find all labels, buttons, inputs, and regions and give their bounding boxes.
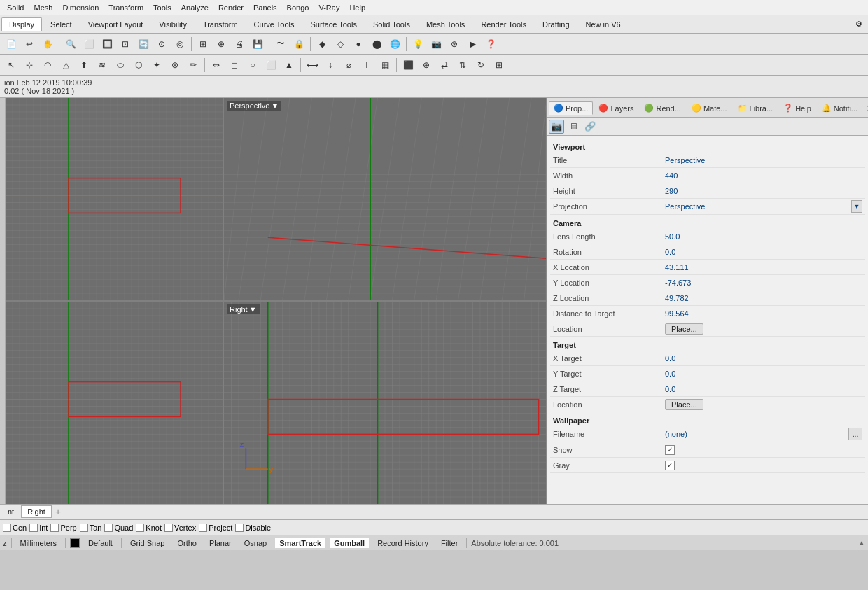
cone-icon[interactable]: ▲ [281,57,298,73]
link-toolbar-btn[interactable]: 🔗 [582,120,598,134]
hatch-icon[interactable]: ▦ [377,57,393,73]
tab-new-v6[interactable]: New in V6 [578,17,629,31]
perspective-menu-icon[interactable]: ▼ [271,101,279,110]
tab-mesh-tools[interactable]: Mesh Tools [419,17,472,31]
prop-dist-value[interactable]: 99.564 [665,309,862,318]
menu-analyze[interactable]: Analyze [177,2,213,13]
gumball-btn[interactable]: Gumball [330,538,369,548]
zoom-window-icon[interactable]: ⬜ [80,36,97,52]
snap-vertex[interactable]: Vertex [164,524,196,532]
settings-icon[interactable]: ⚙ [851,18,867,30]
move2-icon[interactable]: ⇄ [436,57,453,73]
snap-project-checkbox[interactable] [199,524,207,532]
snap-perp-checkbox[interactable] [50,524,59,532]
snap-tan[interactable]: Tan [80,524,102,532]
snap-cen[interactable]: Cen [3,524,27,532]
snap-quad[interactable]: Quad [104,524,133,532]
tab-select[interactable]: Select [43,17,80,31]
camera-btn-icon[interactable]: 📷 [428,36,444,52]
filename-browse-btn[interactable]: ... [848,428,862,440]
snap-knot[interactable]: Knot [136,524,162,532]
rotate-icon[interactable]: 🔄 [135,36,152,52]
prop-z-target-value[interactable]: 0.0 [665,385,862,393]
tab-drafting[interactable]: Drafting [535,17,578,31]
close-panel-btn[interactable]: ✕ [863,101,868,115]
snap-disable-checkbox[interactable] [235,524,244,532]
dim3-icon[interactable]: ⌀ [340,57,357,73]
viewport-bottom-left[interactable] [6,302,223,504]
tab-transform[interactable]: Transform [195,17,246,31]
layer-color-box[interactable] [70,538,80,548]
handle-icon[interactable]: ⊞ [491,57,507,73]
select-icon[interactable]: ↖ [3,57,20,73]
right-menu-icon[interactable]: ▼ [249,305,257,314]
menu-help[interactable]: Help [345,2,370,13]
env-icon[interactable]: 🌐 [386,36,403,52]
menu-vray[interactable]: V-Ray [314,2,344,13]
record-history-btn[interactable]: Record History [373,538,433,548]
prop-y-location-value[interactable]: -74.673 [665,279,862,287]
tab-render-tools[interactable]: Render Tools [473,17,534,31]
expand-arrow[interactable]: ▲ [858,539,865,547]
camera-toolbar-btn[interactable]: 📷 [549,120,564,134]
tab-visibility[interactable]: Visibility [151,17,195,31]
light-icon[interactable]: 💡 [410,36,426,52]
snap-int[interactable]: Int [29,524,48,532]
camera-location-btn[interactable]: Place... [665,323,704,335]
render-icon[interactable]: ● [350,36,367,52]
help-icon[interactable]: ❓ [482,36,499,52]
target-location-btn[interactable]: Place... [665,399,704,410]
menu-bongo[interactable]: Bongo [283,2,314,13]
curve2-icon[interactable]: ≋ [94,57,111,73]
tab-curve-tools[interactable]: Curve Tools [246,17,302,31]
extrude-icon[interactable]: ⬆ [76,57,92,73]
lock-icon[interactable]: 🔒 [290,36,307,52]
gizmo-icon[interactable]: ⊛ [167,57,183,73]
snap-vertex-checkbox[interactable] [164,524,173,532]
tab-layers[interactable]: 🔴 Layers [594,101,638,115]
viewport-perspective[interactable]: Perspective ▼ [224,98,546,300]
cylinder-icon[interactable]: ⬜ [262,57,279,73]
orbit2-icon[interactable]: ◎ [172,36,188,52]
poly-icon[interactable]: ⬡ [130,57,147,73]
ortho-btn[interactable]: Ortho [173,538,201,548]
grid-icon[interactable]: ⊞ [195,36,211,52]
filter-btn[interactable]: Filter [437,538,462,548]
dim2-icon[interactable]: ↕ [322,57,339,73]
tab-notifications[interactable]: 🔔 Notifi... [817,101,862,115]
osnap-btn[interactable]: Osnap [240,538,271,548]
tab-display[interactable]: Display [1,17,42,31]
snap-quad-checkbox[interactable] [104,524,113,532]
snap-knot-checkbox[interactable] [136,524,144,532]
save-icon[interactable]: 💾 [249,36,266,52]
layout-icon[interactable]: ⬛ [400,57,416,73]
snap-disable[interactable]: Disable [235,524,271,532]
menu-render[interactable]: Render [214,2,248,13]
rotate2-icon[interactable]: ↻ [472,57,489,73]
orbit-icon[interactable]: ⊙ [153,36,170,52]
tab-surface-tools[interactable]: Surface Tools [302,17,364,31]
flip-icon[interactable]: ⇅ [454,57,471,73]
tab-materials[interactable]: 🟡 Mate... [687,101,732,115]
target-icon[interactable]: ⊛ [446,36,463,52]
menu-dimension[interactable]: Dimension [58,2,103,13]
zoom-icon[interactable]: 🔍 [62,36,79,52]
tri-icon[interactable]: △ [57,57,74,73]
mat-icon[interactable]: ⬤ [368,36,385,52]
menu-mesh[interactable]: Mesh [29,2,57,13]
arc-icon[interactable]: ◠ [39,57,56,73]
undo-icon[interactable]: ↩ [21,36,38,52]
prop-x-target-value[interactable]: 0.0 [665,354,862,363]
point-icon[interactable]: ⊹ [21,57,38,73]
tab-right[interactable]: Right [21,505,52,518]
curve-icon[interactable]: 〜 [272,36,289,52]
tab-nt[interactable]: nt [1,505,20,518]
menu-transform[interactable]: Transform [104,2,148,13]
tab-render[interactable]: 🟢 Rend... [639,101,685,115]
prop-z-location-value[interactable]: 49.782 [665,294,862,302]
text-icon[interactable]: T [358,57,375,73]
tab-help[interactable]: ❓ Help [778,101,816,115]
box-icon[interactable]: ◻ [226,57,243,73]
sphere-icon[interactable]: ○ [244,57,261,73]
dim-icon[interactable]: ⟷ [304,57,321,73]
